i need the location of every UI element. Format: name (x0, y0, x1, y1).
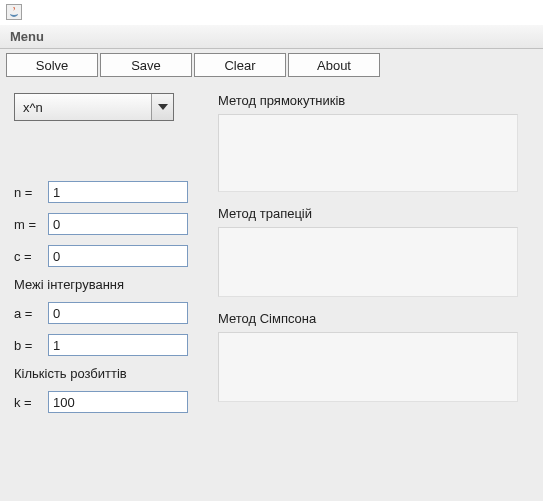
function-combobox-value: x^n (15, 100, 151, 115)
java-icon (6, 4, 22, 20)
k-input[interactable] (48, 391, 188, 413)
chevron-down-icon (151, 94, 173, 120)
n-input[interactable] (48, 181, 188, 203)
m-input[interactable] (48, 213, 188, 235)
c-input[interactable] (48, 245, 188, 267)
toolbar: Solve Save Clear About (0, 49, 543, 85)
b-input[interactable] (48, 334, 188, 356)
b-label: b = (14, 338, 48, 353)
menubar: Menu (0, 25, 543, 49)
solve-button[interactable]: Solve (6, 53, 98, 77)
save-button[interactable]: Save (100, 53, 192, 77)
menu-item-menu[interactable]: Menu (10, 29, 44, 44)
function-combobox[interactable]: x^n (14, 93, 174, 121)
rectangles-method-output (218, 114, 518, 192)
simpson-method-title: Метод Сімпсона (218, 311, 531, 326)
partitions-heading: Кількість розбиттів (14, 366, 194, 381)
k-label: k = (14, 395, 48, 410)
bounds-heading: Межі інтегрування (14, 277, 194, 292)
trapezoid-method-title: Метод трапецій (218, 206, 531, 221)
m-label: m = (14, 217, 48, 232)
about-button[interactable]: About (288, 53, 380, 77)
clear-button[interactable]: Clear (194, 53, 286, 77)
c-label: c = (14, 249, 48, 264)
a-input[interactable] (48, 302, 188, 324)
simpson-method-output (218, 332, 518, 402)
a-label: a = (14, 306, 48, 321)
n-label: n = (14, 185, 48, 200)
trapezoid-method-output (218, 227, 518, 297)
content-area: Solve Save Clear About x^n n = m = c = (0, 49, 543, 501)
rectangles-method-title: Метод прямокутників (218, 93, 531, 108)
